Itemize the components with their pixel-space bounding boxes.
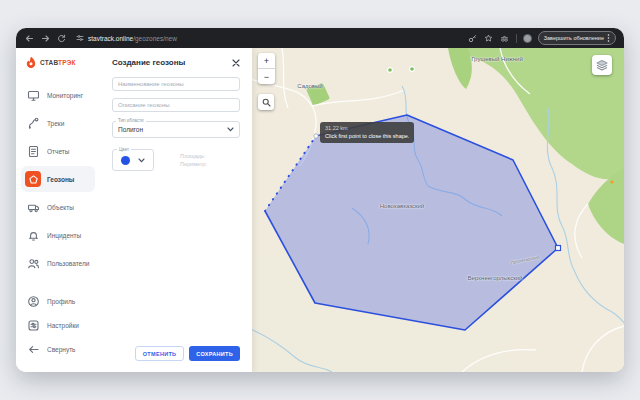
incognito-icon[interactable]: [500, 33, 510, 43]
logo-text: СТАВТРЭК: [40, 59, 76, 66]
sidebar-item-label: Настройки: [47, 322, 79, 329]
sidebar-item-geozones[interactable]: Геозоны: [21, 166, 95, 192]
back-icon[interactable]: [24, 33, 34, 43]
color-label: Цвет: [117, 147, 131, 152]
profile-avatar[interactable]: [523, 34, 532, 43]
vehicle-icon: [25, 199, 41, 215]
sidebar-item-tracks[interactable]: Треки: [21, 110, 95, 136]
sidebar-item-label: Треки: [47, 120, 64, 127]
url-host: stavtrack.online: [88, 35, 133, 42]
area-zoom-button[interactable]: [258, 94, 274, 110]
bookmark-star-icon[interactable]: [484, 33, 494, 43]
area-type-label: Тип области: [116, 118, 146, 123]
sidebar-item-collapse[interactable]: Свернуть: [21, 338, 95, 361]
sidebar-item-objects[interactable]: Объекты: [21, 194, 95, 220]
browser-window: stavtrack.online/geozones/new Завершить …: [16, 28, 624, 372]
collapse-arrow-icon: [25, 342, 41, 358]
sidebar-item-users[interactable]: Пользователи: [21, 250, 95, 276]
settings-icon: [25, 318, 41, 334]
profile-icon: [25, 294, 41, 310]
sidebar-item-profile[interactable]: Профиль: [21, 290, 95, 313]
chevron-down-icon: [227, 127, 234, 132]
sidebar-item-label: Мониторинг: [47, 92, 83, 99]
sidebar: СТАВТРЭК Мониторинг Треки Отчеты: [16, 48, 100, 372]
panel-title: Создание геозоны: [112, 58, 185, 67]
sidebar-item-label: Отчеты: [47, 148, 69, 155]
finish-update-label: Завершить обновление: [544, 35, 604, 41]
report-document-icon: [25, 143, 41, 159]
map-canvas[interactable]: Садовый Грушевый Нижний Новокавказский В…: [252, 48, 624, 372]
sidebar-item-reports[interactable]: Отчеты: [21, 138, 95, 164]
site-settings-icon: [76, 34, 84, 42]
draw-distance: 31.22 km: [325, 125, 409, 133]
finish-update-button[interactable]: Завершить обновление: [538, 31, 616, 45]
chevron-down-icon: [138, 158, 145, 163]
sidebar-item-incidents[interactable]: Инциденты: [21, 222, 95, 248]
toolbar-divider: [516, 34, 517, 43]
sidebar-item-label: Объекты: [47, 204, 74, 211]
route-icon: [25, 115, 41, 131]
kebab-menu-icon: [607, 34, 610, 42]
layers-button[interactable]: [592, 55, 612, 75]
color-swatch: [121, 156, 130, 165]
zoom-in-button[interactable]: +: [258, 53, 275, 68]
browser-toolbar: stavtrack.online/geozones/new Завершить …: [16, 28, 624, 48]
area-type-value: Полигон: [118, 126, 143, 133]
save-button[interactable]: СОХРАНИТЬ: [189, 346, 240, 361]
geozone-metrics: Площадь: Периметр:: [180, 152, 207, 168]
address-bar[interactable]: stavtrack.online/geozones/new: [76, 34, 462, 42]
area-type-select[interactable]: Полигон: [112, 121, 240, 138]
reload-icon[interactable]: [56, 33, 66, 43]
sidebar-item-monitoring[interactable]: Мониторинг: [21, 82, 95, 108]
sidebar-item-label: Пользователи: [47, 260, 89, 267]
sidebar-item-settings[interactable]: Настройки: [21, 314, 95, 337]
map-terrain: [252, 48, 624, 372]
geozone-create-panel: Создание геозоны Тип области Полигон Цве…: [100, 48, 252, 372]
sidebar-item-label: Инциденты: [47, 232, 81, 239]
zoom-controls: + −: [258, 53, 275, 84]
app-logo[interactable]: СТАВТРЭК: [16, 56, 100, 69]
area-label: Площадь:: [180, 152, 207, 160]
magnifier-icon: [262, 98, 271, 107]
forward-icon[interactable]: [40, 33, 50, 43]
flame-logo-icon: [25, 56, 37, 69]
draw-tooltip: 31.22 km Click first point to close this…: [320, 122, 414, 143]
geozone-icon: [25, 171, 41, 187]
draw-hint: Click first point to close this shape.: [325, 133, 409, 141]
layers-icon: [596, 59, 608, 71]
url-path: /geozones/new: [133, 35, 177, 42]
cursor-point-dot: [314, 134, 318, 138]
monitor-icon: [25, 87, 41, 103]
cancel-button[interactable]: ОТМЕНИТЬ: [135, 346, 185, 361]
perimeter-label: Периметр:: [180, 160, 207, 168]
geozone-name-input[interactable]: [112, 77, 240, 91]
password-key-icon[interactable]: [468, 33, 478, 43]
zoom-out-button[interactable]: −: [258, 69, 275, 84]
users-icon: [25, 255, 41, 271]
vertex-handle[interactable]: [556, 246, 561, 251]
color-select[interactable]: Цвет: [112, 149, 154, 171]
sidebar-item-label: Свернуть: [47, 346, 76, 353]
sidebar-item-label: Геозоны: [47, 176, 74, 183]
sidebar-item-label: Профиль: [47, 298, 75, 305]
geozone-description-input[interactable]: [112, 98, 240, 112]
close-icon[interactable]: [231, 58, 240, 67]
alert-bell-icon: [25, 227, 41, 243]
